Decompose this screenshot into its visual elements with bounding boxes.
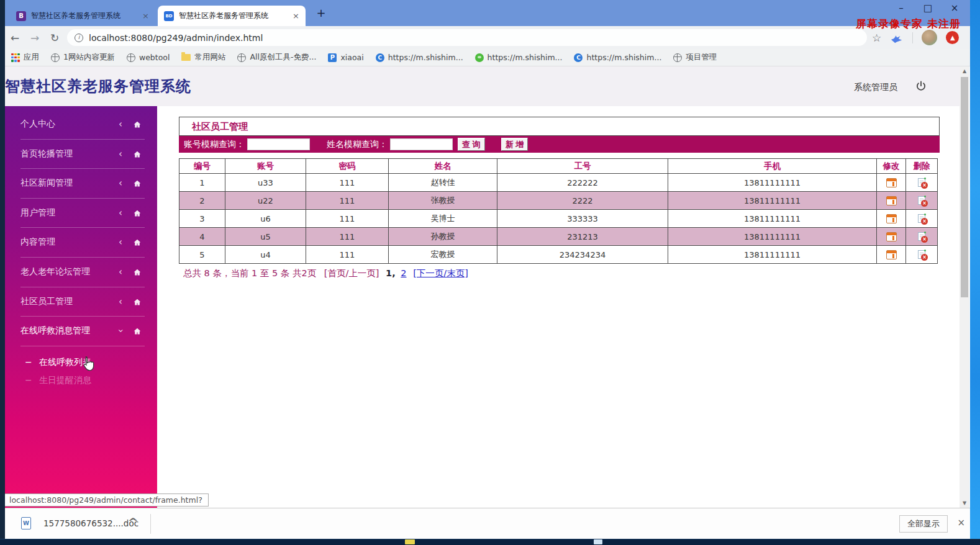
home-icon[interactable] <box>133 268 142 276</box>
bookmark-item[interactable]: 1网站内容更新 <box>51 52 115 63</box>
submenu-item-birthday[interactable]: − 生日提醒消息 <box>5 375 157 392</box>
delete-icon[interactable]: × <box>918 178 925 187</box>
tab2-close-icon[interactable]: × <box>293 11 299 20</box>
app-title: 智慧社区养老服务管理系统 <box>5 76 191 96</box>
home-icon[interactable] <box>133 120 142 128</box>
dash-icon: − <box>25 357 32 367</box>
sidebar-item-sos-expanded[interactable]: 在线呼救消息管理 ‹ <box>5 316 157 346</box>
edit-icon[interactable] <box>886 214 897 223</box>
sidebar-item-forum[interactable]: 老人老年论坛管理 ‹ <box>5 257 157 287</box>
taskbar-folder-icon[interactable] <box>405 539 415 544</box>
globe-icon <box>673 53 682 62</box>
scroll-down-icon[interactable]: ▼ <box>960 500 969 506</box>
col-header: 删除 <box>906 159 938 174</box>
delete-icon[interactable]: × <box>918 232 925 241</box>
query-button[interactable]: 查 询 <box>458 138 485 151</box>
cell-id: 1 <box>179 174 225 192</box>
table-header-row: 编号 账号 密码 姓名 工号 手机 修改 删除 <box>179 159 938 174</box>
download-caret-icon[interactable]: ^ <box>127 516 138 528</box>
show-all-downloads-button[interactable]: 全部显示 <box>899 515 948 533</box>
address-bar[interactable]: i localhost:8080/pg249/admin/index.html <box>67 29 867 46</box>
bookmark-apps[interactable]: 应用 <box>11 52 39 63</box>
submenu-label: 生日提醒消息 <box>39 375 91 386</box>
bookmark-item[interactable]: All原创工具-免费... <box>237 52 316 63</box>
delete-icon[interactable]: × <box>918 214 925 223</box>
delete-icon[interactable]: × <box>918 250 925 259</box>
pagination-next-last-links[interactable]: [下一页/末页] <box>413 268 468 278</box>
scrollbar-thumb[interactable] <box>961 77 968 297</box>
mouse-cursor-hand <box>79 355 96 372</box>
delete-x-icon: × <box>921 254 928 261</box>
reload-icon[interactable]: ↻ <box>45 32 65 44</box>
tab2-favicon: BD <box>164 11 174 21</box>
update-badge-icon[interactable]: ▲ <box>946 31 959 44</box>
home-icon[interactable] <box>133 298 142 306</box>
status-bar-url: localhost:8080/pg249/admin/contact/frame… <box>5 493 209 507</box>
sidebar-item-label: 老人老年论坛管理 <box>20 266 90 277</box>
tab-2[interactable]: BD 智慧社区养老服务管理系统 × <box>158 6 306 26</box>
edit-icon[interactable] <box>886 250 897 259</box>
taskbar-app-icon[interactable] <box>594 539 602 544</box>
windows-taskbar[interactable] <box>0 539 980 545</box>
bookmark-star-icon[interactable]: ☆ <box>872 32 881 44</box>
chevron-left-icon: ‹ <box>119 207 122 218</box>
home-icon[interactable] <box>133 179 142 187</box>
sidebar-item-users[interactable]: 用户管理 ‹ <box>5 198 157 228</box>
edit-icon[interactable] <box>886 196 897 205</box>
bookmark-item[interactable]: webtool <box>127 53 170 62</box>
table-row: 2 u22 111 张教授 2222 13811111111 × <box>179 192 938 210</box>
page-scrollbar[interactable]: ▲ ▼ <box>960 66 969 508</box>
tab-1[interactable]: B 智慧社区养老服务管理系统 × <box>10 6 155 26</box>
forward-icon[interactable]: → <box>25 32 45 44</box>
home-icon[interactable] <box>133 238 142 246</box>
tab1-title: 智慧社区养老服务管理系统 <box>31 11 138 21</box>
profile-avatar[interactable] <box>922 30 937 45</box>
url-text[interactable]: localhost:8080/pg249/admin/index.html <box>89 33 263 43</box>
home-icon[interactable] <box>133 209 142 217</box>
bookmark-item[interactable]: C https://m.shishim... <box>574 53 661 62</box>
sidebar-item-staff[interactable]: 社区员工管理 ‹ <box>5 287 157 317</box>
tab1-close-icon[interactable]: × <box>142 11 149 20</box>
page-info-icon[interactable]: i <box>75 34 83 42</box>
bookmark-item[interactable]: C https://m.shishim... <box>376 53 463 62</box>
scroll-up-icon[interactable]: ▲ <box>960 68 969 74</box>
browser-window: B 智慧社区养老服务管理系统 × BD 智慧社区养老服务管理系统 × + – □… <box>5 0 970 539</box>
download-filename[interactable]: 1577580676532....doc <box>43 518 138 528</box>
panel-title: 社区员工管理 <box>192 121 248 133</box>
home-icon[interactable] <box>133 150 142 158</box>
edit-icon[interactable] <box>886 232 897 241</box>
panel-title-box: 社区员工管理 <box>179 117 940 136</box>
bookmark-item[interactable]: https://m.shishim... <box>475 53 563 62</box>
sidebar-item-news[interactable]: 社区新闻管理 ‹ <box>5 168 157 198</box>
cell-name: 赵转佳 <box>389 174 497 192</box>
bookmark-label: 应用 <box>24 52 39 63</box>
delete-icon[interactable]: × <box>918 196 925 205</box>
add-button[interactable]: 新 增 <box>501 138 529 151</box>
logout-power-icon[interactable] <box>915 80 927 92</box>
sidebar-item-personal-center[interactable]: 个人中心 ‹ <box>5 109 157 139</box>
window-maximize-button[interactable]: □ <box>923 2 932 14</box>
window-close-button[interactable]: × <box>950 2 959 14</box>
sidebar-item-content[interactable]: 内容管理 ‹ <box>5 227 157 257</box>
shelf-close-icon[interactable]: × <box>957 517 965 528</box>
pagination-page-2-link[interactable]: 2 <box>401 268 406 278</box>
pagination-first-prev: [首页/上一页] <box>324 268 379 278</box>
home-icon[interactable] <box>133 327 142 335</box>
bookmark-label: xiaoai <box>340 53 363 62</box>
window-minimize-button[interactable]: – <box>897 2 905 14</box>
cell-id: 3 <box>179 210 225 228</box>
account-search-input[interactable] <box>247 138 310 150</box>
bookmark-item[interactable]: 常用网站 <box>181 52 225 63</box>
sidebar-item-label: 首页轮播管理 <box>20 148 73 160</box>
name-search-input[interactable] <box>390 138 453 150</box>
extension-bird-icon[interactable] <box>890 32 904 44</box>
table-row: 1 u33 111 赵转佳 222222 13811111111 × <box>179 174 938 192</box>
new-tab-button[interactable]: + <box>314 7 329 20</box>
sidebar-item-carousel[interactable]: 首页轮播管理 ‹ <box>5 139 157 169</box>
cell-id: 2 <box>179 192 225 210</box>
bookmark-item[interactable]: P xiaoai <box>328 53 363 62</box>
back-icon[interactable]: ← <box>5 32 25 44</box>
edit-icon[interactable] <box>886 178 897 187</box>
bookmark-item[interactable]: 项目管理 <box>673 52 717 63</box>
table-row: 3 u6 111 吴博士 333333 13811111111 × <box>179 210 938 228</box>
